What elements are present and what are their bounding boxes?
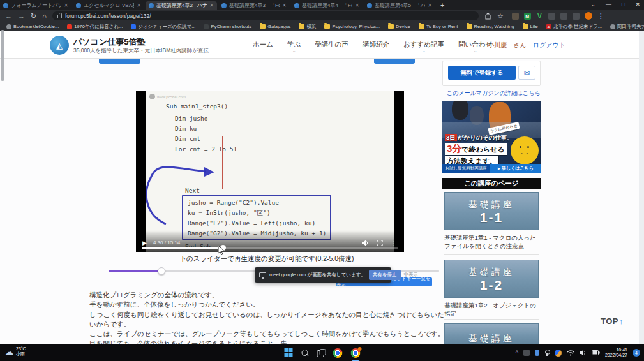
tab-6[interactable]: 基礎講座第4章5 - 「ハナコのステ✕ bbox=[364, 1, 435, 10]
location-icon[interactable] bbox=[544, 350, 550, 356]
tab-close-icon[interactable]: ✕ bbox=[209, 3, 214, 8]
back-to-top-button[interactable]: TOP ↑ bbox=[601, 316, 624, 326]
weather-widget[interactable]: ☁ 23°C小雨 bbox=[5, 346, 26, 357]
video-progress-bar[interactable] bbox=[142, 247, 398, 249]
bookmark-item[interactable]: 1970年代に録音され... bbox=[67, 24, 123, 30]
minimize-button[interactable]: — bbox=[606, 1, 611, 8]
tab-5[interactable]: 基礎講座第4章4 - 「For Next文」✕ bbox=[291, 1, 363, 10]
tray-app-icon[interactable] bbox=[523, 350, 530, 356]
forward-icon[interactable]: → bbox=[18, 13, 25, 20]
nav-learn[interactable]: 学ぶ⌄ bbox=[287, 40, 301, 49]
course-caption[interactable]: 基礎講座第1章1 - マクロの入ったファイルを開くときの注意点 bbox=[444, 233, 541, 250]
nav-articles[interactable]: おすすめ記事⌄ bbox=[403, 40, 444, 49]
bookmark-label: 北斗の拳 世紀末ドラ... bbox=[553, 24, 602, 30]
ad-detail-link[interactable]: ▶詳しくはこちら bbox=[490, 164, 541, 173]
tray-orb-icon[interactable] bbox=[555, 350, 562, 357]
bookmark-item[interactable]: BookmarkletCookie... bbox=[6, 24, 59, 29]
tab-1[interactable]: フォーラムノートパソコン仕事5倍塾✕ bbox=[0, 1, 71, 10]
notification-count-badge[interactable]: 4 bbox=[633, 349, 640, 357]
cut-off-button-left[interactable] bbox=[99, 59, 140, 64]
cloud-icon: ☁ bbox=[5, 348, 13, 356]
bookmark-folder[interactable]: Device bbox=[388, 24, 410, 29]
course-card-partial[interactable]: 基礎講座 bbox=[444, 323, 539, 344]
bookmark-folder[interactable]: Reading, Watching bbox=[467, 24, 514, 29]
logout-link[interactable]: ログアウト bbox=[533, 41, 565, 50]
scrollbar-thumb[interactable] bbox=[1, 30, 4, 81]
nav-voices[interactable]: 受講生の声 bbox=[315, 40, 348, 49]
tab-close-icon[interactable]: ✕ bbox=[355, 3, 359, 8]
hide-toast-button[interactable]: 非表示 bbox=[404, 272, 419, 278]
tab-close-icon[interactable]: ✕ bbox=[282, 3, 287, 8]
tray-chevron-up-icon[interactable]: ^ bbox=[516, 350, 518, 356]
ad-banner[interactable]: 3日がかりのその仕事、 3分で終わらせる 方法教えます。 ラクに終わらせ お試し… bbox=[442, 101, 541, 173]
bookmark-item[interactable]: 岡田斗司夫アーカイブ bbox=[610, 24, 644, 30]
tab-title: 基礎講座第4章3 - 「For Next文」 bbox=[229, 2, 280, 9]
nav-home[interactable]: ホーム bbox=[253, 40, 273, 49]
youtube-icon bbox=[67, 24, 72, 29]
bookmark-folder[interactable]: Galapagos bbox=[260, 24, 290, 29]
reload-icon[interactable]: ↻ bbox=[31, 13, 36, 20]
tab-close-icon[interactable]: ✕ bbox=[64, 3, 68, 8]
magazine-detail-link[interactable]: このメールマガジンの詳細はこちら bbox=[447, 89, 541, 98]
bookmark-folder[interactable]: Psychology, Physica... bbox=[324, 24, 379, 29]
bookmark-folder[interactable]: 横浜 bbox=[299, 24, 316, 30]
tab-3-active[interactable]: 基礎講座第4章2 - ハナコのステ✕ bbox=[146, 1, 217, 10]
volume-tray-icon[interactable] bbox=[580, 350, 587, 356]
microphone-icon[interactable] bbox=[535, 350, 539, 356]
home-icon[interactable]: ⌂ bbox=[42, 13, 47, 20]
volume-icon[interactable] bbox=[362, 240, 369, 246]
side-panel-icon[interactable] bbox=[573, 13, 580, 20]
cut-off-button-right[interactable] bbox=[374, 59, 415, 64]
maximize-button[interactable]: □ bbox=[622, 1, 625, 8]
register-free-button[interactable]: 無料で登録する bbox=[448, 66, 516, 80]
tab-close-icon[interactable]: ✕ bbox=[428, 3, 432, 8]
chrome-icon[interactable] bbox=[333, 348, 342, 358]
site-logo[interactable]: ◭ bbox=[50, 36, 69, 55]
nav-instructor[interactable]: 講師紹介 bbox=[363, 40, 389, 49]
video-menu-icon[interactable]: ⋮ bbox=[391, 240, 396, 247]
window-close-button[interactable]: ✕ bbox=[635, 1, 640, 8]
tab-title: 基礎講座第4章2 - ハナコのステ bbox=[156, 2, 207, 9]
envelope-button[interactable]: ✉ bbox=[518, 66, 535, 80]
extension-list-icon[interactable] bbox=[560, 13, 567, 20]
tab-close-icon[interactable]: ✕ bbox=[137, 3, 141, 8]
speed-slider-handle[interactable] bbox=[158, 267, 165, 275]
tab-4[interactable]: 基礎講座第4章3 - 「For Next文」✕ bbox=[218, 1, 290, 10]
task-view-icon[interactable] bbox=[317, 349, 324, 357]
stop-sharing-button[interactable]: 共有を停止 bbox=[369, 270, 401, 280]
bookmark-folder[interactable]: To Buy or Rent bbox=[419, 24, 458, 29]
bookmark-item[interactable]: ジオシティーズの伝説で... bbox=[131, 24, 195, 30]
fullscreen-icon[interactable] bbox=[377, 240, 383, 246]
bookmark-folder[interactable]: Life bbox=[523, 24, 538, 29]
bookmark-star-icon[interactable]: ☆ bbox=[497, 13, 504, 20]
tab-search-icon[interactable]: ⌄ bbox=[590, 1, 595, 8]
course-card-1-1[interactable]: 基礎講座 1-1 bbox=[444, 192, 539, 230]
browser-menu-icon[interactable]: ⋮ bbox=[597, 13, 604, 20]
profile-avatar[interactable] bbox=[585, 12, 592, 20]
new-tab-button[interactable]: + bbox=[440, 1, 444, 9]
url-text[interactable]: forum.pc5bai.com/lesson/page/132/ bbox=[65, 13, 151, 19]
extension-image-icon[interactable] bbox=[512, 13, 519, 20]
play-icon[interactable]: ▶ bbox=[142, 240, 147, 246]
bookmark-item[interactable]: Z北斗の拳 世紀末ドラ... bbox=[546, 24, 602, 30]
site-title[interactable]: パソコン仕事5倍塾 bbox=[73, 36, 145, 48]
share-icon[interactable] bbox=[484, 13, 491, 20]
chrome-active-icon[interactable] bbox=[350, 348, 360, 358]
page-scrollbar[interactable] bbox=[639, 31, 644, 344]
clock[interactable]: 10:412022/04/27 bbox=[605, 348, 627, 358]
nav-contact[interactable]: 問い合わせ⌄ bbox=[458, 40, 492, 49]
extension-v-icon[interactable]: V bbox=[536, 13, 543, 20]
wifi-icon[interactable] bbox=[567, 350, 574, 356]
search-icon[interactable] bbox=[301, 350, 308, 357]
start-button[interactable] bbox=[284, 348, 293, 357]
video-player[interactable]: www.pc5bai.com Sub main1_step3() Dim jus… bbox=[136, 91, 404, 252]
bookmark-item[interactable]: PyCharm shortcuts bbox=[204, 24, 251, 29]
back-icon[interactable]: ← bbox=[5, 13, 12, 20]
battery-icon[interactable] bbox=[592, 350, 600, 355]
course-caption[interactable]: 基礎講座第1章2 - オブジェクトの指定 bbox=[444, 301, 541, 318]
course-card-1-2[interactable]: 基礎講座 1-2 bbox=[444, 260, 539, 298]
extensions-puzzle-icon[interactable] bbox=[548, 13, 555, 20]
tab-2[interactable]: エクセルマクロ-VBA基礎編 パソコン仕✕ bbox=[73, 1, 144, 10]
extension-m-icon[interactable]: M bbox=[524, 13, 531, 20]
address-bar[interactable]: forum.pc5bai.com/lesson/page/132/ bbox=[52, 11, 479, 20]
